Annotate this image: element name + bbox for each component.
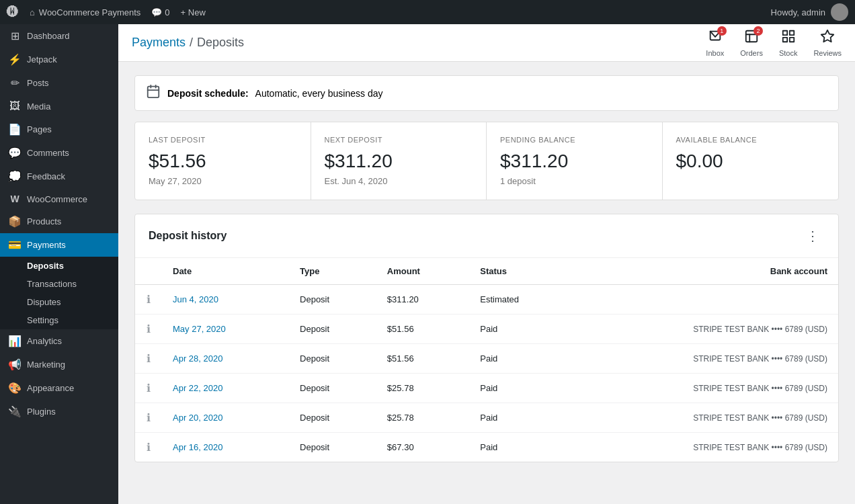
sidebar-submenu-transactions[interactable]: Transactions	[0, 275, 118, 293]
howdy: Howdy, admin	[771, 3, 848, 21]
sidebar-item-marketing[interactable]: 📢 Marketing	[0, 353, 118, 376]
media-icon: 🖼	[8, 100, 22, 112]
sidebar-item-feedback[interactable]: 💭 Feedback	[0, 165, 118, 188]
row-bank: STRIPE TEST BANK •••• 6789 (USD)	[572, 374, 838, 403]
table-row: ℹ Apr 20, 2020 Deposit $25.78 Paid STRIP…	[135, 403, 838, 433]
plugins-icon: 🔌	[8, 405, 22, 418]
row-amount: $311.20	[376, 285, 469, 314]
row-type: Deposit	[289, 433, 376, 462]
col-header-type: Type	[289, 258, 376, 285]
row-date[interactable]: Apr 16, 2020	[162, 433, 289, 462]
svg-rect-3	[782, 30, 786, 34]
date-link: Jun 4, 2020	[173, 294, 218, 304]
breadcrumb-parent[interactable]: Payments	[132, 36, 186, 50]
sidebar-item-analytics[interactable]: 📊 Analytics	[0, 329, 118, 353]
sidebar-submenu-settings[interactable]: Settings	[0, 311, 118, 329]
deposit-schedule-value: Automatic, every business day	[255, 88, 383, 99]
comments-icon: 💬	[151, 7, 162, 17]
row-bank: STRIPE TEST BANK •••• 6789 (USD)	[572, 344, 838, 374]
row-info-icon[interactable]: ℹ	[135, 403, 162, 433]
row-info-icon[interactable]: ℹ	[135, 344, 162, 374]
sidebar-item-label: Posts	[27, 78, 49, 88]
row-amount: $67.30	[376, 433, 469, 462]
stock-action[interactable]: Stock	[779, 29, 798, 57]
sidebar-item-label: Pages	[27, 124, 52, 134]
site-name[interactable]: ⌂ WooCommerce Payments	[30, 7, 140, 17]
comments-link[interactable]: 💬 0	[151, 7, 169, 17]
orders-badge: 2	[754, 26, 763, 36]
sidebar-item-jetpack[interactable]: ⚡ Jetpack	[0, 48, 118, 71]
posts-icon: ✏	[8, 77, 22, 89]
row-type: Deposit	[289, 374, 376, 403]
table-row: ℹ May 27, 2020 Deposit $51.56 Paid STRIP…	[135, 314, 838, 344]
row-type: Deposit	[289, 314, 376, 344]
next-deposit-card: NEXT DEPOSIT $311.20 Est. Jun 4, 2020	[311, 122, 487, 200]
row-bank: STRIPE TEST BANK •••• 6789 (USD)	[572, 433, 838, 462]
sidebar-item-label: Feedback	[27, 171, 65, 181]
deposit-history-header: Deposit history ⋮	[135, 214, 838, 258]
row-info-icon[interactable]: ℹ	[135, 285, 162, 314]
sidebar-item-posts[interactable]: ✏ Posts	[0, 71, 118, 95]
inbox-icon: 1	[708, 29, 723, 48]
available-balance-card: AVAILABLE BALANCE $0.00	[663, 122, 839, 200]
sidebar-item-comments[interactable]: 💬 Comments	[0, 141, 118, 165]
sidebar: ⊞ Dashboard ⚡ Jetpack ✏ Posts 🖼 Media 📄 …	[0, 24, 118, 504]
sidebar-item-appearance[interactable]: 🎨 Appearance	[0, 376, 118, 400]
date-link: Apr 28, 2020	[173, 353, 222, 364]
sidebar-item-media[interactable]: 🖼 Media	[0, 95, 118, 118]
row-date[interactable]: May 27, 2020	[162, 314, 289, 344]
sidebar-item-label: Jetpack	[27, 54, 57, 65]
reviews-action[interactable]: Reviews	[813, 29, 842, 57]
analytics-icon: 📊	[8, 335, 22, 347]
dashboard-icon: ⊞	[8, 30, 22, 42]
sidebar-item-pages[interactable]: 📄 Pages	[0, 118, 118, 141]
comments-icon: 💬	[8, 146, 22, 159]
row-date[interactable]: Apr 28, 2020	[162, 344, 289, 374]
more-options-button[interactable]: ⋮	[801, 225, 825, 247]
row-type: Deposit	[289, 285, 376, 314]
sidebar-item-dashboard[interactable]: ⊞ Dashboard	[0, 24, 118, 48]
sidebar-submenu-disputes[interactable]: Disputes	[0, 293, 118, 311]
orders-action[interactable]: 2 Orders	[740, 29, 763, 57]
sidebar-item-products[interactable]: 📦 Products	[0, 210, 118, 233]
sidebar-submenu-deposits[interactable]: Deposits	[0, 257, 118, 275]
appearance-icon: 🎨	[8, 382, 22, 394]
col-header-info	[135, 258, 162, 285]
row-date[interactable]: Jun 4, 2020	[162, 285, 289, 314]
row-info-icon[interactable]: ℹ	[135, 433, 162, 462]
row-date[interactable]: Apr 20, 2020	[162, 403, 289, 433]
sidebar-item-plugins[interactable]: 🔌 Plugins	[0, 400, 118, 423]
date-link: Apr 16, 2020	[173, 442, 222, 452]
row-type: Deposit	[289, 403, 376, 433]
row-status: Paid	[469, 374, 572, 403]
row-amount: $25.78	[376, 403, 469, 433]
row-date[interactable]: Apr 22, 2020	[162, 374, 289, 403]
inbox-action[interactable]: 1 Inbox	[706, 29, 724, 57]
sidebar-item-label: Analytics	[27, 336, 62, 346]
available-balance-amount: $0.00	[676, 151, 825, 172]
col-header-date[interactable]: Date	[162, 258, 289, 285]
sidebar-item-label: Products	[27, 216, 61, 226]
row-info-icon[interactable]: ℹ	[135, 314, 162, 344]
sidebar-item-label: Plugins	[27, 407, 56, 417]
svg-rect-4	[789, 30, 793, 34]
new-link[interactable]: + New	[181, 7, 206, 17]
orders-icon: 2	[744, 29, 759, 48]
next-deposit-amount: $311.20	[325, 151, 473, 172]
next-deposit-label: NEXT DEPOSIT	[325, 136, 473, 144]
table-row: ℹ Apr 22, 2020 Deposit $25.78 Paid STRIP…	[135, 374, 838, 403]
sidebar-item-payments[interactable]: 💳 Payments	[0, 233, 118, 257]
row-info-icon[interactable]: ℹ	[135, 374, 162, 403]
row-status: Paid	[469, 403, 572, 433]
sidebar-item-label: Payments	[27, 240, 66, 250]
breadcrumb: Payments / Deposits	[132, 36, 244, 50]
pending-balance-label: PENDING BALANCE	[500, 136, 649, 144]
reviews-label: Reviews	[813, 49, 842, 57]
orders-label: Orders	[740, 49, 763, 57]
sidebar-item-label: Marketing	[27, 360, 65, 370]
sidebar-item-woocommerce[interactable]: W WooCommerce	[0, 188, 118, 210]
row-amount: $25.78	[376, 374, 469, 403]
products-icon: 📦	[8, 215, 22, 228]
row-status: Paid	[469, 344, 572, 374]
sidebar-item-label: WooCommerce	[27, 194, 87, 204]
